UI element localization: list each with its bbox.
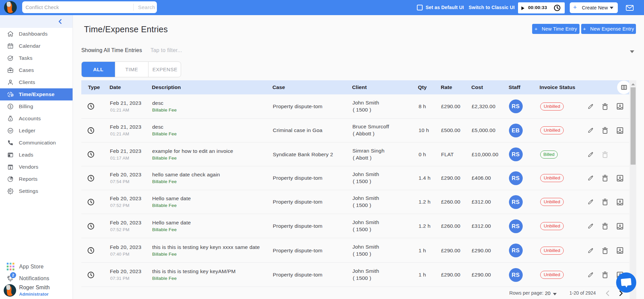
svg-text:$: $ xyxy=(9,105,11,109)
svg-text:11: 11 xyxy=(9,46,12,48)
svg-text:$: $ xyxy=(10,118,11,121)
svg-text:$: $ xyxy=(10,129,11,132)
svg-text:$: $ xyxy=(12,94,13,96)
